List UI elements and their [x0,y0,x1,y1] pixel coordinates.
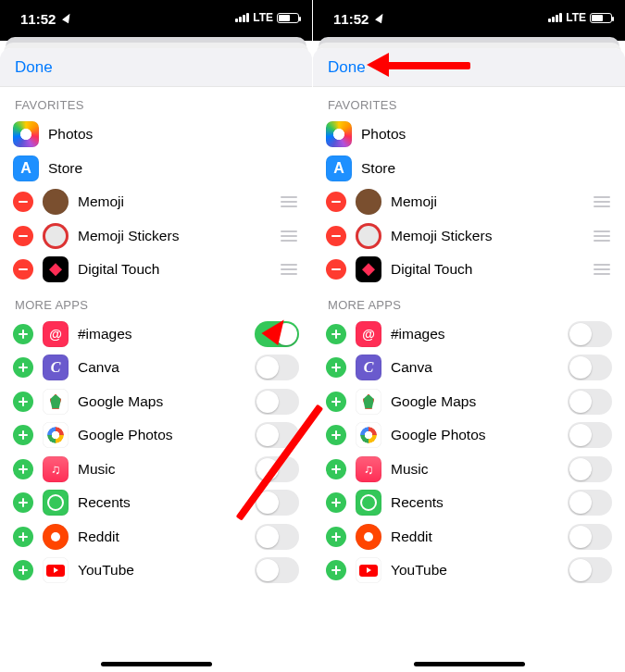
app-label: Reddit [391,529,432,545]
images-icon [356,321,381,347]
remove-button[interactable] [13,192,33,212]
add-button[interactable] [326,492,346,513]
list-item: Store [313,152,625,186]
app-label: #images [391,326,445,342]
app-label: Memoji [78,193,124,210]
list-item: Memoji [313,185,625,219]
add-button[interactable] [326,527,346,547]
home-indicator[interactable] [101,662,212,666]
remove-button[interactable] [326,192,346,212]
app-label: Memoji Stickers [78,228,179,244]
toggle-reddit[interactable] [568,524,612,550]
add-button[interactable] [326,357,346,378]
status-right: LTE [548,11,612,24]
signal-icon [235,13,249,22]
app-label: Google Photos [391,427,486,443]
app-label: Reddit [78,529,119,545]
location-icon [375,12,386,24]
list-item: Google Photos [0,418,312,453]
home-indicator[interactable] [414,662,525,666]
toggle-images[interactable] [255,321,299,347]
toggle-youtube[interactable] [568,557,612,583]
add-button[interactable] [13,357,33,378]
recents-icon [43,490,69,516]
list-item: Google Photos [313,418,625,453]
toggle-canva[interactable] [568,355,612,380]
app-label: Canva [391,359,432,376]
app-label: Recents [391,494,444,511]
reorder-handle-icon[interactable] [279,230,299,242]
add-button[interactable] [326,560,346,580]
reorder-handle-icon[interactable] [592,264,612,275]
status-time: 11:52 [20,11,71,27]
remove-button[interactable] [13,226,33,246]
toggle-recents[interactable] [568,490,612,516]
remove-button[interactable] [326,259,346,280]
add-button[interactable] [326,425,346,445]
memoji-stickers-icon [43,223,69,249]
toggle-youtube[interactable] [255,557,299,583]
add-button[interactable] [13,459,33,479]
add-button[interactable] [326,392,346,412]
reddit-icon [43,524,69,550]
list-item: Music [313,453,625,487]
toggle-music[interactable] [255,456,299,482]
add-button[interactable] [13,527,33,547]
toggle-gphotos[interactable] [568,422,612,448]
nav-bar: Done [313,48,625,87]
app-label: Digital Touch [391,261,472,278]
content[interactable]: FAVORITES Photos Store Memoji [0,87,312,672]
app-label: Music [78,461,115,478]
status-bar: 11:52 LTE [313,0,625,41]
reorder-handle-icon[interactable] [279,196,299,207]
list-item: Digital Touch [0,253,312,287]
app-label: Music [391,461,428,478]
toggle-images[interactable] [568,321,612,347]
add-button[interactable] [13,560,33,580]
list-item: Google Maps [0,385,312,419]
app-label: Google Maps [78,393,163,410]
toggle-music[interactable] [568,456,612,482]
toggle-gphotos[interactable] [255,422,299,448]
toggle-canva[interactable] [255,355,299,380]
nav-bar: Done [0,48,312,87]
sheet: Done FAVORITES Photos Store Memoji [313,48,625,672]
list-item: Digital Touch [313,253,625,287]
toggle-gmaps[interactable] [568,389,612,415]
toggle-gmaps[interactable] [255,389,299,415]
sheet: Done FAVORITES Photos Store Memoji [0,48,312,672]
digital-touch-icon [43,256,69,282]
add-button[interactable] [13,392,33,412]
reorder-handle-icon[interactable] [279,264,299,275]
app-label: Digital Touch [78,261,159,278]
toggle-reddit[interactable] [255,524,299,550]
app-label: Photos [361,126,406,143]
network-label: LTE [566,11,586,24]
music-icon [356,456,381,482]
reorder-handle-icon[interactable] [592,230,612,242]
reorder-handle-icon[interactable] [592,196,612,207]
remove-button[interactable] [326,226,346,246]
toggle-recents[interactable] [255,490,299,516]
list-item: Canva [0,351,312,385]
app-label: Memoji Stickers [391,228,492,244]
done-button[interactable]: Done [15,58,53,77]
youtube-icon [356,557,381,583]
list-item: Recents [313,486,625,520]
list-item: Photos [0,118,312,152]
list-item: Google Maps [313,385,625,419]
add-button[interactable] [13,492,33,513]
add-button[interactable] [13,425,33,445]
gphotos-icon [356,422,381,448]
content[interactable]: FAVORITES Photos Store Memoji [313,87,625,672]
app-label: #images [78,326,132,342]
add-button[interactable] [326,324,346,344]
favorites-header: FAVORITES [313,87,625,118]
app-label: Google Maps [391,393,476,410]
add-button[interactable] [326,459,346,479]
remove-button[interactable] [13,259,33,280]
done-button[interactable]: Done [328,58,366,77]
gphotos-icon [43,422,69,448]
list-item: Memoji [0,185,312,219]
add-button[interactable] [13,324,33,344]
